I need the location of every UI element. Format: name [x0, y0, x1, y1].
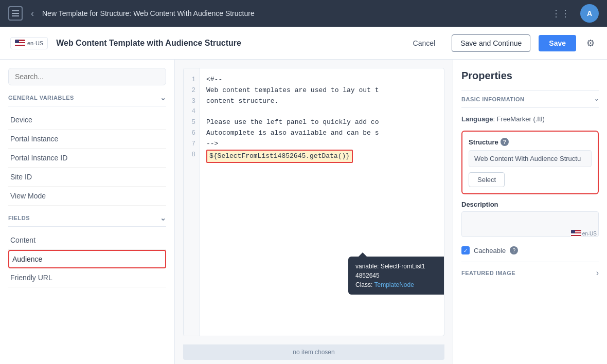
editor-footer-text: no item chosen [293, 349, 334, 356]
flag-us-small-icon [571, 230, 581, 237]
general-variables-section[interactable]: GENERAL VARIABLES ⌄ [8, 85, 166, 106]
left-nav-item-portal-instance[interactable]: Portal Instance [8, 130, 166, 149]
sidebar-toggle-button[interactable] [8, 6, 23, 21]
code-editor-inner: 1 2 3 4 5 6 7 8 <#-- Web content templat… [184, 68, 444, 336]
cacheable-row: ✓ Cacheable ? [461, 246, 599, 254]
tooltip-line1: variable: SelectFromList1 [355, 262, 444, 271]
tooltip-class-label: Class: [355, 281, 374, 288]
back-button[interactable]: ‹ [29, 6, 36, 21]
basic-info-label: BASIC INFORMATION [461, 96, 525, 102]
tooltip-arrow [359, 252, 367, 257]
description-wrapper: en-US [461, 211, 599, 239]
top-nav-title: New Template for Structure: Web Content … [42, 9, 545, 17]
tooltip-class-value[interactable]: TemplateNode [374, 281, 414, 288]
left-nav-item-site-id[interactable]: Site ID [8, 168, 166, 187]
right-panel: Properties BASIC INFORMATION ⌄ Language:… [453, 60, 607, 364]
flag-us-icon [15, 40, 25, 47]
editor-footer: no item chosen [183, 344, 444, 360]
general-variables-chevron: ⌄ [160, 94, 167, 102]
locale-badge[interactable]: en-US [10, 37, 48, 49]
cancel-button[interactable]: Cancel [405, 35, 444, 51]
code-content[interactable]: <#-- Web content templates are used to l… [200, 68, 444, 336]
highlighted-code: ${SelectFromList14852645.getData()} [206, 150, 353, 163]
header-bar: en-US Web Content Template with Audience… [0, 27, 607, 60]
fields-label: FIELDS [8, 215, 30, 221]
language-label: Language: FreeMarker (.ftl) [461, 115, 545, 123]
left-nav-item-portal-instance-id[interactable]: Portal Instance ID [8, 149, 166, 168]
left-nav-item-label: Audience [12, 255, 42, 263]
select-button[interactable]: Select [469, 172, 505, 187]
structure-label: Structure ? [469, 138, 592, 146]
structure-value: Web Content With Audience Structu [469, 150, 592, 167]
left-panel: GENERAL VARIABLES ⌄ Device Portal Instan… [0, 60, 175, 364]
code-line-2: Web content templates are used to lay ou… [206, 86, 379, 94]
cacheable-checkbox[interactable]: ✓ [461, 246, 470, 254]
save-and-continue-button[interactable]: Save and Continue [452, 34, 530, 52]
avatar[interactable]: A [580, 4, 599, 23]
tooltip-line3: Class: TemplateNode [355, 280, 444, 289]
left-nav-item-label: Friendly URL [10, 274, 52, 282]
featured-image-row[interactable]: FEATURED IMAGE › [461, 262, 599, 284]
search-input[interactable] [8, 68, 166, 85]
code-line-5: Please use the left panel to quickly add… [206, 118, 379, 126]
left-nav-item-content[interactable]: Content [8, 231, 166, 250]
locale-label: en-US [27, 40, 43, 46]
description-locale: en-US [571, 230, 597, 237]
structure-box: Structure ? Web Content With Audience St… [461, 131, 599, 194]
featured-image-label: FEATURED IMAGE [461, 270, 515, 276]
code-line-1: <#-- [206, 76, 222, 83]
fields-section[interactable]: FIELDS ⌄ [8, 206, 166, 227]
description-locale-label: en-US [582, 231, 597, 236]
save-button[interactable]: Save [539, 35, 576, 51]
basic-info-chevron: ⌄ [594, 96, 599, 102]
structure-label-text: Structure [469, 138, 498, 146]
fields-chevron: ⌄ [160, 214, 167, 222]
left-nav-item-label: Portal Instance ID [10, 154, 67, 162]
tooltip-box: variable: SelectFromList1 4852645 Class:… [348, 257, 444, 295]
cacheable-label: Cacheable [474, 247, 506, 254]
cacheable-help-icon[interactable]: ? [510, 246, 518, 254]
general-variables-label: GENERAL VARIABLES [8, 95, 74, 101]
code-line-6: Autocomplete is also available and can b… [206, 129, 379, 137]
code-line-8: ${SelectFromList14852645.getData()} [206, 152, 353, 160]
left-nav-item-view-mode[interactable]: View Mode [8, 187, 166, 206]
language-value: FreeMarker (.ftl) [497, 115, 545, 123]
tooltip-line2: 4852645 [355, 271, 444, 280]
left-nav-item-audience[interactable]: Audience [8, 250, 166, 268]
left-nav-item-label: Site ID [10, 173, 32, 181]
left-nav-item-label: Device [10, 116, 32, 124]
grid-icon[interactable]: ⋮⋮ [551, 8, 570, 19]
left-nav-item-label: View Mode [10, 192, 46, 200]
header-title: Web Content Template with Audience Struc… [56, 39, 396, 48]
left-nav-item-label: Content [10, 236, 35, 244]
top-nav: ‹ New Template for Structure: Web Conten… [0, 0, 607, 27]
gear-icon[interactable]: ⚙ [584, 35, 597, 51]
sidebar-toggle-icon [12, 10, 19, 16]
basic-info-section[interactable]: BASIC INFORMATION ⌄ [461, 90, 599, 108]
center-editor: 1 2 3 4 5 6 7 8 <#-- Web content templat… [175, 60, 453, 364]
code-editor[interactable]: 1 2 3 4 5 6 7 8 <#-- Web content templat… [183, 68, 444, 336]
code-line-7: --> [206, 140, 218, 148]
code-line-3: content structure. [206, 97, 278, 105]
help-icon[interactable]: ? [501, 138, 509, 146]
featured-image-chevron: › [596, 268, 599, 278]
main-layout: GENERAL VARIABLES ⌄ Device Portal Instan… [0, 60, 607, 364]
description-label: Description [461, 201, 599, 208]
description-field: Description en-US [461, 201, 599, 239]
language-field: Language: FreeMarker (.ftl) [461, 114, 599, 123]
left-nav-item-friendly-url[interactable]: Friendly URL [8, 268, 166, 287]
left-nav-item-label: Portal Instance [10, 135, 58, 143]
left-nav-item-device[interactable]: Device [8, 111, 166, 130]
properties-title: Properties [461, 70, 599, 82]
line-numbers: 1 2 3 4 5 6 7 8 [184, 68, 200, 336]
